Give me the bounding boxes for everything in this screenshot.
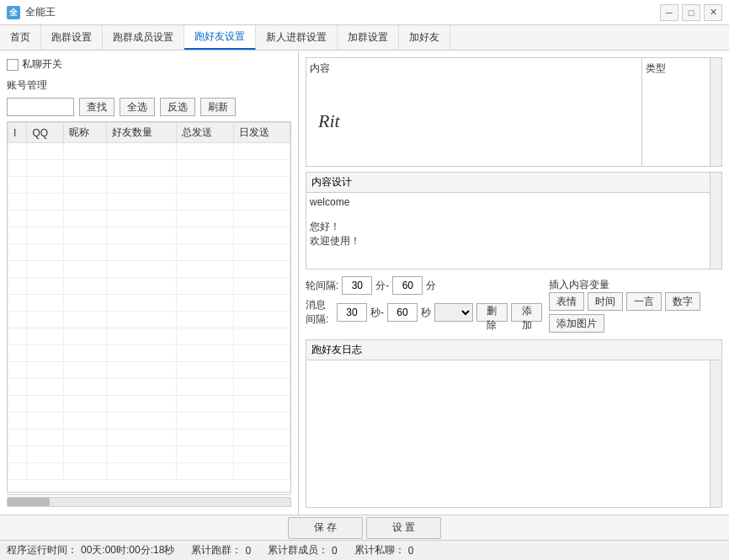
table-row	[8, 177, 290, 194]
design-vscrollbar[interactable]	[710, 173, 721, 269]
insert-and-interval: 轮间隔: 分- 分 消息间隔: 秒- 秒	[306, 276, 722, 333]
interval-unit2: 秒	[421, 306, 431, 320]
insert-btns: 表情 时间 一言 数字 添加图片	[549, 292, 722, 333]
settings-button[interactable]: 设 置	[366, 517, 441, 539]
table-row	[8, 345, 290, 362]
search-row: 查找 全选 反选 刷新	[7, 98, 291, 116]
add-button[interactable]: 添加	[511, 303, 542, 322]
table-row	[8, 413, 290, 429]
tab-home[interactable]: 首页	[0, 25, 41, 50]
group-count-label: 累计跑群：	[191, 543, 242, 557]
private-switch-checkbox[interactable]	[7, 59, 19, 71]
content-vscrollbar[interactable]	[710, 58, 721, 166]
table-row	[8, 446, 290, 463]
tab-friend-settings[interactable]: 跑好友设置	[184, 25, 256, 50]
table-row	[8, 463, 290, 480]
content-type-box: 内容 Rit 类型	[306, 57, 722, 167]
tab-member-settings[interactable]: 跑群成员设置	[103, 25, 184, 50]
col-header-i: I	[8, 123, 27, 143]
type-label: 类型	[646, 61, 706, 76]
table-row	[8, 143, 290, 160]
log-vscrollbar[interactable]	[710, 360, 721, 507]
interval-sep1: 分-	[375, 279, 389, 293]
tab-add-friend[interactable]: 加好友	[399, 25, 450, 50]
member-count-value: 0	[332, 545, 338, 557]
title-bar-left: 全 全能王	[7, 5, 56, 19]
interval-column: 轮间隔: 分- 分 消息间隔: 秒- 秒	[306, 276, 542, 327]
app-title: 全能王	[25, 5, 56, 19]
right-panel: 内容 Rit 类型 内容设计	[299, 51, 729, 515]
table-row	[8, 312, 290, 328]
round-interval-min1[interactable]	[342, 276, 372, 295]
content-textarea[interactable]	[306, 193, 710, 269]
msg-interval-sec2[interactable]	[387, 303, 418, 322]
delete-button[interactable]: 删除	[476, 303, 508, 322]
col-header-total-send: 总发送	[177, 123, 233, 143]
table-row	[8, 160, 290, 177]
col-header-qq: QQ	[27, 123, 63, 143]
insert-emoji-button[interactable]: 表情	[549, 292, 584, 311]
insert-image-button[interactable]: 添加图片	[549, 314, 604, 333]
content-design-inner: 内容设计	[306, 173, 710, 269]
content-design-header: 内容设计	[306, 173, 710, 193]
table-row	[8, 362, 290, 379]
private-switch-row: 私聊开关	[7, 57, 291, 72]
menu-bar: 首页 跑群设置 跑群成员设置 跑好友设置 新人进群设置 加群设置 加好友	[0, 25, 729, 51]
select-all-button[interactable]: 全选	[120, 98, 155, 116]
status-bar: 程序运行时间： 00天:00时:00分:18秒 累计跑群： 0 累计群成员： 0…	[0, 540, 729, 560]
bottom-buttons: 保 存 设 置	[286, 517, 444, 539]
member-count-label: 累计群成员：	[268, 543, 328, 557]
account-table: I QQ 昵称 好友数量 总发送 日发送	[8, 122, 290, 480]
table-row	[8, 261, 290, 278]
msg-interval-label: 消息间隔:	[306, 298, 333, 327]
round-interval-min2[interactable]	[392, 276, 423, 295]
table-row	[8, 295, 290, 312]
controls-section: 轮间隔: 分- 分 消息间隔: 秒- 秒	[306, 275, 722, 334]
refresh-button[interactable]: 刷新	[200, 98, 236, 116]
round-interval-row: 轮间隔: 分- 分	[306, 276, 542, 295]
tab-newuser-settings[interactable]: 新人进群设置	[256, 25, 338, 50]
maximize-button[interactable]: □	[682, 4, 700, 21]
minimize-button[interactable]: ─	[660, 4, 678, 21]
horizontal-scrollbar[interactable]	[7, 494, 291, 508]
table-row	[8, 396, 290, 413]
runtime-item: 程序运行时间： 00天:00时:00分:18秒	[7, 543, 174, 557]
account-mgmt-label: 账号管理	[7, 78, 47, 93]
textarea-wrapper	[306, 193, 710, 269]
table-row	[8, 379, 290, 396]
insert-quote-button[interactable]: 一言	[626, 292, 662, 311]
bottom-bar: 保 存 设 置	[0, 515, 729, 540]
insert-var-label: 插入内容变量	[549, 276, 609, 292]
tab-group-settings[interactable]: 跑群设置	[41, 25, 103, 50]
close-button[interactable]: ✕	[704, 4, 722, 21]
content-design-box: 内容设计	[306, 172, 722, 269]
table-row	[8, 194, 290, 211]
private-chat-label: 累计私聊：	[354, 543, 405, 557]
search-button[interactable]: 查找	[79, 98, 114, 116]
save-button[interactable]: 保 存	[288, 517, 363, 539]
log-section: 跑好友日志	[306, 339, 722, 508]
search-input[interactable]	[7, 98, 74, 116]
tab-addgroup-settings[interactable]: 加群设置	[338, 25, 399, 50]
table-row	[8, 244, 290, 261]
log-header: 跑好友日志	[306, 340, 721, 360]
insert-time-button[interactable]: 时间	[588, 292, 623, 311]
runtime-value: 00天:00时:00分:18秒	[81, 543, 174, 557]
group-count-value: 0	[245, 545, 251, 557]
insert-var-column: 插入内容变量 表情 时间 一言 数字 添加图片	[549, 276, 722, 333]
msg-interval-sec1[interactable]	[337, 303, 367, 322]
private-chat-item: 累计私聊： 0	[354, 543, 414, 557]
group-count-item: 累计跑群： 0	[191, 543, 251, 557]
col-header-daily-send: 日发送	[233, 123, 290, 143]
table-row	[8, 328, 290, 345]
account-mgmt-row: 账号管理	[7, 78, 291, 93]
msg-type-select[interactable]	[434, 303, 473, 322]
invert-button[interactable]: 反选	[160, 98, 195, 116]
table-row	[8, 278, 290, 295]
table-row	[8, 429, 290, 446]
main-content: 私聊开关 账号管理 查找 全选 反选 刷新 I QQ 昵称 好友数量 总发送	[0, 51, 729, 515]
insert-number-button[interactable]: 数字	[665, 292, 700, 311]
interval-sep2: 秒-	[370, 306, 384, 320]
log-content	[306, 360, 721, 507]
round-interval-label: 轮间隔:	[306, 279, 338, 293]
